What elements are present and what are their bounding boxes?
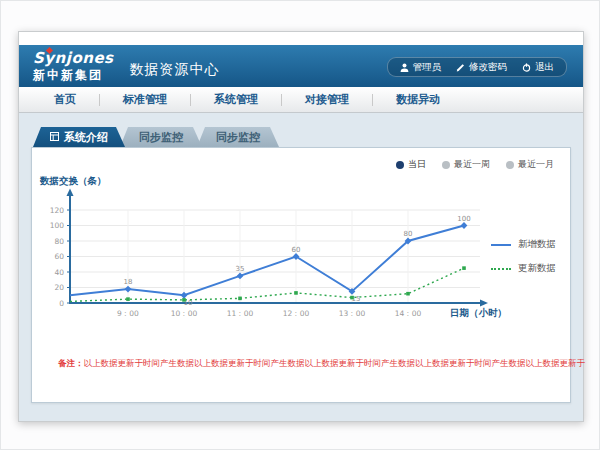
radio-icon — [442, 161, 450, 169]
tab-bar: 系统介绍 同步监控 同步监控 — [33, 127, 571, 147]
tab-label: 同步监控 — [139, 130, 183, 145]
logo-subtext: 新中新集团 — [33, 69, 114, 81]
tab-label: 同步监控 — [216, 130, 260, 145]
nav-item-standard-mgmt[interactable]: 标准管理 — [100, 92, 190, 107]
filter-last-month[interactable]: 最近一月 — [506, 158, 554, 171]
change-password-button[interactable]: 修改密码 — [456, 61, 507, 74]
footnote-text: 以上数据更新于时间产生数据以上数据更新于时间产生数据以上数据更新于时间产生数据以… — [84, 358, 586, 368]
chart-card: 当日 最近一周 最近一月 0204060801001209：0010：0011：… — [31, 147, 571, 403]
svg-text:60: 60 — [292, 246, 301, 254]
screen: Synjones 新中新集团 数据资源中心 管理员 修改密码 — [0, 0, 600, 450]
content-area: 系统介绍 同步监控 同步监控 当日 最近一周 — [19, 113, 583, 421]
y-axis-title: 数据交换（条） — [39, 175, 107, 187]
tab-sync-monitor-2[interactable]: 同步监控 — [197, 127, 279, 147]
svg-text:18: 18 — [124, 278, 133, 286]
tab-label: 系统介绍 — [64, 130, 108, 145]
logout-button[interactable]: 退出 — [522, 61, 554, 74]
svg-text:12：00: 12：00 — [283, 309, 310, 318]
svg-text:35: 35 — [236, 265, 245, 273]
nav-item-interface-mgmt[interactable]: 对接管理 — [282, 92, 372, 107]
chart-plot: 0204060801001209：0010：0011：0012：0013：001… — [50, 189, 488, 319]
svg-text:20: 20 — [54, 283, 64, 292]
header-actions: 管理员 修改密码 退出 — [387, 57, 568, 77]
footnote: 备注：以上数据更新于时间产生数据以上数据更新于时间产生数据以上数据更新于时间产生… — [58, 358, 585, 370]
svg-text:0: 0 — [59, 299, 64, 308]
app-logo: Synjones 新中新集团 — [33, 51, 114, 81]
svg-text:10：00: 10：00 — [171, 309, 198, 318]
radio-icon — [506, 161, 514, 169]
filter-label: 最近一月 — [518, 158, 554, 171]
legend-swatch — [491, 268, 511, 270]
time-range-filters: 当日 最近一周 最近一月 — [396, 158, 554, 171]
filter-label: 最近一周 — [454, 158, 490, 171]
nav-item-system-mgmt[interactable]: 系统管理 — [191, 92, 281, 107]
logout-label: 退出 — [535, 61, 554, 74]
svg-text:11：00: 11：00 — [227, 309, 254, 318]
svg-text:14：00: 14：00 — [395, 309, 422, 318]
svg-text:100: 100 — [457, 215, 470, 223]
legend-swatch — [491, 244, 511, 246]
svg-text:60: 60 — [54, 252, 64, 261]
x-axis-title: 日期（小时） — [450, 307, 507, 319]
svg-text:100: 100 — [50, 221, 65, 230]
logo-text: Synjones — [33, 51, 114, 66]
filter-label: 当日 — [408, 158, 426, 171]
edit-icon — [456, 63, 465, 72]
tab-system-intro[interactable]: 系统介绍 — [33, 127, 125, 147]
main-nav: 首页 标准管理 系统管理 对接管理 数据异动 — [19, 87, 583, 113]
nav-item-home[interactable]: 首页 — [31, 92, 99, 107]
filter-last-week[interactable]: 最近一周 — [442, 158, 490, 171]
nav-item-data-change[interactable]: 数据异动 — [373, 92, 463, 107]
browser-page: Synjones 新中新集团 数据资源中心 管理员 修改密码 — [18, 31, 584, 422]
user-menu-button[interactable]: 管理员 — [400, 61, 442, 74]
app-title: 数据资源中心 — [130, 61, 220, 79]
user-label: 管理员 — [413, 61, 442, 74]
chart-legend: 新增数据 更新数据 — [491, 238, 556, 275]
svg-text:13：00: 13：00 — [339, 309, 366, 318]
change-password-label: 修改密码 — [469, 61, 507, 74]
legend-label: 更新数据 — [518, 262, 556, 275]
form-icon — [50, 131, 59, 144]
top-strip — [19, 32, 583, 45]
app-header: Synjones 新中新集团 数据资源中心 管理员 修改密码 — [19, 45, 583, 87]
legend-item-updated-data: 更新数据 — [491, 262, 556, 275]
legend-label: 新增数据 — [518, 238, 556, 251]
filter-today[interactable]: 当日 — [396, 158, 426, 171]
tab-sync-monitor-1[interactable]: 同步监控 — [120, 127, 202, 147]
user-icon — [400, 63, 409, 72]
radio-icon — [396, 161, 404, 169]
svg-text:120: 120 — [50, 206, 65, 215]
footnote-label: 备注： — [58, 358, 84, 368]
logout-icon — [522, 63, 531, 72]
legend-item-new-data: 新增数据 — [491, 238, 556, 251]
svg-text:40: 40 — [54, 268, 64, 277]
svg-text:9：00: 9：00 — [117, 309, 139, 318]
svg-text:80: 80 — [54, 237, 64, 246]
svg-text:80: 80 — [404, 230, 413, 238]
